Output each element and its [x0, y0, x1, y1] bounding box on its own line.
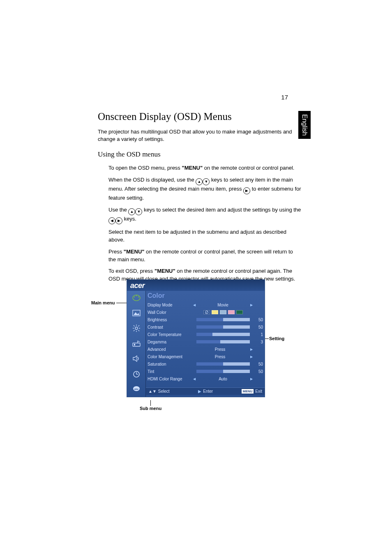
row-value: 1 — [253, 332, 265, 337]
slider[interactable] — [196, 370, 250, 373]
section-heading: Using the OSD menus — [98, 150, 301, 159]
row-value: 3 — [253, 340, 265, 344]
up-key-icon: ▲ — [128, 208, 135, 215]
swatch-yellow[interactable] — [212, 310, 218, 314]
slider[interactable] — [196, 325, 250, 329]
row-wall-color[interactable]: Wall Color — [146, 309, 265, 316]
timer-menu-icon[interactable] — [131, 369, 142, 378]
selector-value: Movie — [198, 303, 247, 307]
swatch-lightblue[interactable] — [220, 310, 226, 314]
svg-rect-16 — [134, 344, 135, 345]
language-menu-icon[interactable]: abc — [131, 385, 142, 394]
footer-label: Exit — [255, 389, 262, 394]
footer-label: Select — [158, 389, 170, 394]
row-advanced[interactable]: Advanced Press▶ — [146, 345, 265, 353]
row-tint[interactable]: Tint 50 — [146, 368, 265, 375]
right-arrow-icon[interactable]: ▶ — [250, 355, 253, 359]
step-5: Press "MENU" on the remote control or co… — [108, 248, 301, 264]
row-label: Tint — [148, 369, 193, 374]
left-arrow-icon[interactable]: ◀ — [193, 303, 196, 307]
color-swatches[interactable] — [203, 310, 243, 314]
slider[interactable] — [196, 318, 250, 321]
press-label: Press — [193, 347, 247, 352]
svg-line-13 — [134, 330, 135, 332]
svg-rect-15 — [133, 343, 140, 346]
osd-panel-title: Color — [146, 291, 265, 301]
svg-line-12 — [138, 330, 139, 332]
right-arrow-icon: ▶ — [198, 389, 201, 394]
row-label: Advanced — [148, 347, 193, 352]
row-label: Degamma — [148, 340, 193, 344]
footer-exit-hint: MENU Exit — [242, 389, 262, 394]
right-arrow-icon[interactable]: ▶ — [250, 303, 253, 307]
step-4: Select the next item to be adjusted in t… — [108, 228, 301, 244]
row-color-temperature[interactable]: Color Temperature 1 — [146, 331, 265, 338]
row-value: 50 — [253, 369, 265, 374]
step-2: When the OSD is displayed, use the ▲▼ ke… — [108, 176, 301, 202]
selector-value: Auto — [198, 377, 247, 381]
setting-menu-icon[interactable] — [131, 324, 142, 333]
step-text: keys. — [122, 216, 136, 222]
step-text: keys to select the desired item and adju… — [142, 207, 301, 213]
osd-main-menu-rail: abc — [127, 291, 146, 397]
image-menu-icon[interactable] — [131, 309, 142, 318]
row-degamma[interactable]: Degamma 3 — [146, 338, 265, 345]
step-3: Use the ▲▼ keys to select the desired it… — [108, 206, 301, 224]
row-color-management[interactable]: Color Management Press▶ — [146, 353, 265, 360]
row-label: Color Management — [148, 355, 193, 359]
step-text: To open the OSD menu, press — [108, 165, 182, 171]
svg-line-24 — [205, 311, 208, 313]
row-saturation[interactable]: Saturation 50 — [146, 360, 265, 368]
row-label: Saturation — [148, 362, 193, 366]
selector-control[interactable]: ◀ Movie ▶ — [193, 303, 253, 307]
svg-point-2 — [136, 295, 137, 297]
swatch-pink[interactable] — [228, 310, 235, 314]
row-label: Display Mode — [148, 303, 193, 307]
annotation-sub-menu: Sub menu — [140, 406, 161, 411]
osd-submenu-panel: Color Display Mode ◀ Movie ▶ Wall Color — [146, 291, 265, 397]
up-key-icon: ▲ — [196, 178, 203, 185]
row-value: 50 — [253, 325, 265, 329]
osd-screenshot: acer — [127, 279, 265, 397]
slider[interactable] — [196, 333, 250, 336]
right-arrow-icon[interactable]: ▶ — [250, 377, 253, 381]
step-text: on the remote control or control panel. — [203, 165, 294, 171]
slider[interactable] — [196, 340, 250, 343]
steps-list: To open the OSD menu, press "MENU" on th… — [108, 164, 301, 283]
row-label: Brightness — [148, 318, 193, 322]
osd-body: abc Color Display Mode ◀ Movie ▶ Wall Co… — [127, 291, 265, 397]
page-heading: Onscreen Display (OSD) Menus — [98, 111, 301, 122]
right-arrow-icon[interactable]: ▶ — [250, 348, 253, 351]
svg-point-3 — [138, 297, 139, 298]
audio-menu-icon[interactable] — [131, 354, 142, 363]
right-key-icon: ▶ — [243, 187, 250, 194]
slider[interactable] — [196, 362, 250, 366]
step-text: Use the — [108, 207, 128, 213]
row-brightness[interactable]: Brightness 50 — [146, 316, 265, 323]
press-label: Press — [193, 355, 247, 359]
row-hdmi-color-range[interactable]: HDMI Color Range ◀ Auto ▶ — [146, 375, 265, 382]
svg-marker-5 — [134, 312, 139, 315]
step-text: When the OSD is displayed, use the — [108, 177, 196, 183]
left-key-icon: ◀ — [108, 217, 115, 224]
svg-line-11 — [134, 325, 135, 327]
spacer — [146, 382, 265, 387]
row-value: 50 — [253, 318, 265, 322]
intro-text: The projector has multilingual OSD that … — [98, 128, 301, 143]
svg-line-14 — [138, 325, 139, 327]
menu-label: "MENU" — [182, 165, 203, 171]
selector-control[interactable]: ◀ Auto ▶ — [193, 377, 253, 381]
row-label: Wall Color — [148, 310, 193, 315]
swatch-control[interactable] — [193, 310, 253, 314]
color-menu-icon[interactable] — [131, 293, 142, 302]
row-display-mode[interactable]: Display Mode ◀ Movie ▶ — [146, 301, 265, 309]
left-arrow-icon[interactable]: ◀ — [193, 377, 196, 381]
management-menu-icon[interactable] — [131, 339, 142, 348]
swatch-none[interactable] — [203, 310, 210, 314]
swatch-green[interactable] — [236, 310, 243, 314]
row-label: Contrast — [148, 325, 193, 329]
svg-marker-17 — [133, 356, 137, 362]
row-label: HDMI Color Range — [148, 377, 193, 381]
row-contrast[interactable]: Contrast 50 — [146, 323, 265, 331]
updown-icon: ▲▼ — [148, 389, 157, 394]
